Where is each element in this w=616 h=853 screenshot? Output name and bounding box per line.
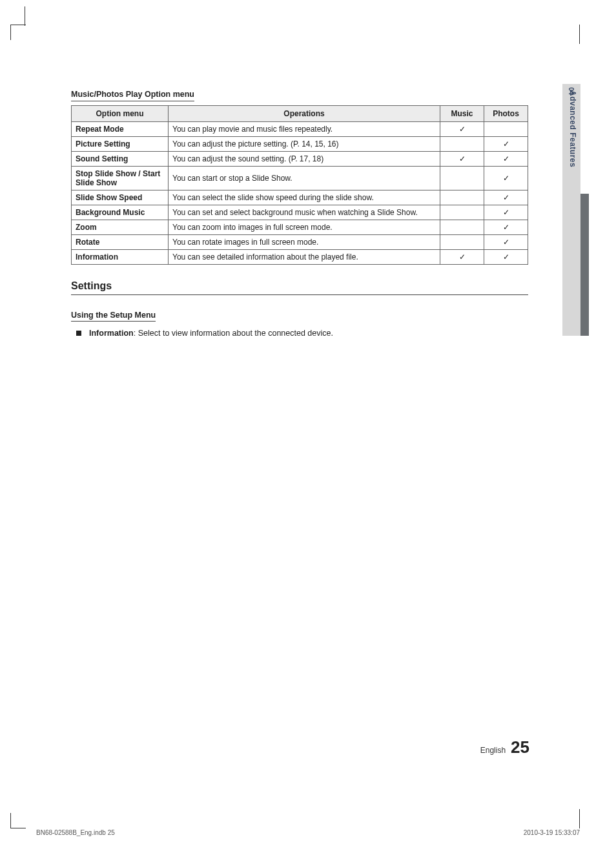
cell-music-check <box>440 137 484 152</box>
cell-operation: You can select the slide show speed duri… <box>169 190 440 205</box>
crop-mark-bl <box>10 813 26 828</box>
table-header-row: Option menu Operations Music Photos <box>72 106 528 122</box>
table-row: Sound SettingYou can adjust the sound se… <box>72 152 528 167</box>
th-operations: Operations <box>169 106 440 122</box>
table-row: InformationYou can see detailed informat… <box>72 250 528 265</box>
th-photos: Photos <box>484 106 528 122</box>
cell-music-check <box>440 220 484 235</box>
cell-music-check <box>440 235 484 250</box>
page-number: 25 <box>511 737 529 757</box>
cell-option-name: Picture Setting <box>72 137 169 152</box>
cell-photos-check <box>484 122 528 137</box>
crop-mark-br <box>579 809 580 828</box>
table-row: Picture SettingYou can adjust the pictur… <box>72 137 528 152</box>
page-lang: English <box>480 746 506 755</box>
cell-photos-check: ✓ <box>484 167 528 190</box>
cell-operation: You can set and select background music … <box>169 205 440 220</box>
cell-music-check: ✓ <box>440 122 484 137</box>
section-title: Music/Photos Play Option menu <box>71 90 194 101</box>
cell-photos-check: ✓ <box>484 152 528 167</box>
footer-left: BN68-02588B_Eng.indb 25 <box>36 829 115 836</box>
page-number-wrap: English 25 <box>480 737 529 757</box>
cell-music-check <box>440 205 484 220</box>
cell-operation: You can zoom into images in full screen … <box>169 220 440 235</box>
bullet-row: Information: Select to view information … <box>71 328 528 340</box>
bullet-rest: : Select to view information about the c… <box>134 329 333 338</box>
cell-option-name: Stop Slide Show / Start Slide Show <box>72 167 169 190</box>
cell-photos-check: ✓ <box>484 220 528 235</box>
cell-photos-check: ✓ <box>484 190 528 205</box>
crop-mark-tl <box>10 25 26 40</box>
square-bullet-icon <box>76 331 81 336</box>
table-row: Background MusicYou can set and select b… <box>72 205 528 220</box>
table-row: Slide Show SpeedYou can select the slide… <box>72 190 528 205</box>
crop-mark-tr <box>579 25 580 44</box>
page-content: Music/Photos Play Option menu Option men… <box>71 88 528 340</box>
table-row: RotateYou can rotate images in full scre… <box>72 235 528 250</box>
cell-operation: You can see detailed information about t… <box>169 250 440 265</box>
cell-operation: You can start or stop a Slide Show. <box>169 167 440 190</box>
side-tab-label: Advanced Features <box>566 90 577 167</box>
cell-music-check <box>440 167 484 190</box>
cell-operation: You can play movie and music files repea… <box>169 122 440 137</box>
cell-photos-check: ✓ <box>484 250 528 265</box>
cell-option-name: Zoom <box>72 220 169 235</box>
cell-photos-check: ✓ <box>484 205 528 220</box>
th-music: Music <box>440 106 484 122</box>
cell-option-name: Information <box>72 250 169 265</box>
cell-music-check: ✓ <box>440 152 484 167</box>
cell-option-name: Sound Setting <box>72 152 169 167</box>
cell-music-check <box>440 190 484 205</box>
side-tab-dark <box>580 194 589 336</box>
sub-heading: Using the Setup Menu <box>71 311 156 322</box>
option-table: Option menu Operations Music Photos Repe… <box>71 105 528 265</box>
crop-mark-tl-tick <box>25 6 25 26</box>
footer: BN68-02588B_Eng.indb 25 2010-3-19 15:33:… <box>36 829 580 836</box>
bullet-bold: Information <box>89 329 134 338</box>
bullet-text: Information: Select to view information … <box>89 328 333 340</box>
cell-option-name: Rotate <box>72 235 169 250</box>
settings-heading: Settings <box>71 280 528 295</box>
cell-music-check: ✓ <box>440 250 484 265</box>
cell-option-name: Background Music <box>72 205 169 220</box>
cell-photos-check: ✓ <box>484 235 528 250</box>
cell-operation: You can adjust the sound setting. (P. 17… <box>169 152 440 167</box>
cell-operation: You can adjust the picture setting. (P. … <box>169 137 440 152</box>
footer-right: 2010-3-19 15:33:07 <box>524 829 580 836</box>
cell-option-name: Repeat Mode <box>72 122 169 137</box>
cell-operation: You can rotate images in full screen mod… <box>169 235 440 250</box>
cell-option-name: Slide Show Speed <box>72 190 169 205</box>
table-row: ZoomYou can zoom into images in full scr… <box>72 220 528 235</box>
th-option: Option menu <box>72 106 169 122</box>
table-row: Stop Slide Show / Start Slide ShowYou ca… <box>72 167 528 190</box>
table-row: Repeat ModeYou can play movie and music … <box>72 122 528 137</box>
cell-photos-check: ✓ <box>484 137 528 152</box>
